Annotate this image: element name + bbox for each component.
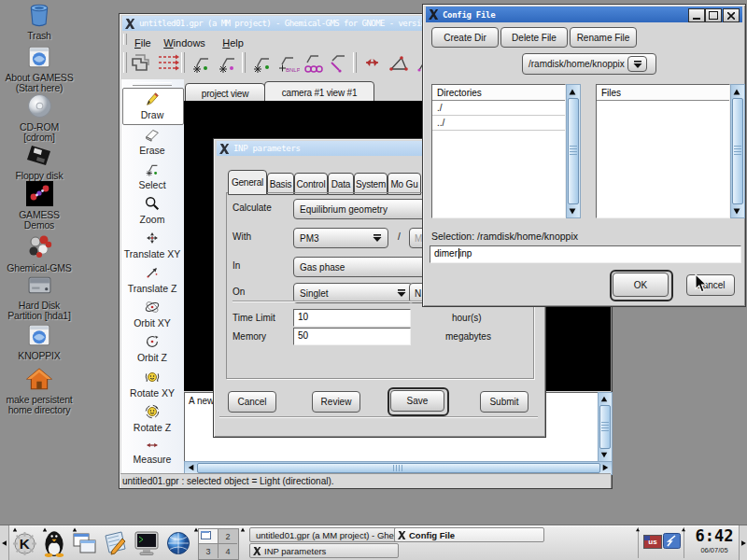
clock[interactable]: 6:42 06/07/05 xyxy=(691,526,738,554)
with-combo[interactable]: PM3 xyxy=(293,228,388,248)
path-combo[interactable]: /ramdisk/home/knoppix xyxy=(522,53,656,75)
tray-separator xyxy=(684,527,684,558)
workspace-pager[interactable]: 2 3 4 xyxy=(198,528,239,560)
desktop-icon-gamess-demos[interactable]: GAMESSDemos xyxy=(0,181,78,231)
menubar-handle[interactable] xyxy=(123,34,127,45)
keyboard-layout-indicator[interactable]: us xyxy=(643,535,662,549)
log-vscrollbar[interactable] xyxy=(598,392,613,462)
rename-file-button[interactable]: Rename File xyxy=(570,27,637,48)
terminal-icon[interactable] xyxy=(134,530,160,556)
submit-button[interactable]: Submit xyxy=(480,391,529,413)
toolbar-draw-bond-icon[interactable] xyxy=(216,51,239,75)
config-cancel-button[interactable]: Cancel xyxy=(686,274,735,296)
scroll-left-button[interactable] xyxy=(186,462,196,472)
tool-orbit-z[interactable]: Orbit Z xyxy=(122,333,182,363)
config-dialog-titlebar[interactable]: Config File xyxy=(426,7,742,22)
scroll-down-button[interactable] xyxy=(567,205,578,217)
close-button[interactable] xyxy=(723,8,740,22)
desktop-icon-ghemical[interactable]: Ghemical-GMS xyxy=(0,233,78,273)
files-scrollbar[interactable] xyxy=(730,84,745,218)
time-limit-input[interactable]: 10 xyxy=(293,309,411,327)
toolbar-bnlp-icon[interactable]: BNLP xyxy=(276,51,300,75)
files-header[interactable]: Files xyxy=(597,85,729,101)
tool-rotate-xy[interactable]: Rotate XY xyxy=(122,369,182,399)
desktop-windows-icon[interactable] xyxy=(72,531,97,555)
path-dropdown-button[interactable] xyxy=(627,56,647,72)
scroll-right-button[interactable] xyxy=(600,462,611,472)
desktop-icon-floppy[interactable]: Floppy disk xyxy=(0,144,78,181)
taskbar-window-inp-parameters[interactable]: INP parameters xyxy=(249,543,399,558)
filename-input[interactable]: dimerinp xyxy=(430,245,741,263)
scroll-thumb[interactable] xyxy=(568,98,579,204)
desktop-icon-cdrom[interactable]: CD-ROM[cdrom] xyxy=(0,93,78,143)
tool-orbit-xy[interactable]: Orbit XY xyxy=(122,299,182,329)
klipper-icon[interactable] xyxy=(663,533,681,549)
directories-header[interactable]: Directories xyxy=(432,85,565,101)
icon-label: Trash xyxy=(27,30,50,41)
toolbar-select-icon[interactable] xyxy=(250,51,274,75)
desktop-icon-knoppix[interactable]: KNOPPIX xyxy=(0,323,78,361)
tool-measure[interactable]: Measure xyxy=(122,439,182,465)
scroll-thumb[interactable] xyxy=(599,405,611,449)
scroll-thumb[interactable] xyxy=(732,98,743,204)
notes-icon[interactable] xyxy=(103,530,128,556)
orbit-z-icon xyxy=(144,333,161,350)
tool-erase[interactable]: Erase xyxy=(122,126,182,156)
toolbar-angle-icon[interactable] xyxy=(388,51,411,75)
cancel-button[interactable]: Cancel xyxy=(228,391,276,413)
directory-item[interactable]: ../ xyxy=(432,116,565,131)
create-dir-button[interactable]: Create Dir xyxy=(431,27,499,48)
panel-hide-left-button[interactable] xyxy=(0,525,9,560)
pager-desktop-4[interactable]: 4 xyxy=(218,544,237,558)
toolbar-handle[interactable] xyxy=(123,52,127,73)
taskbar-window-ghemical[interactable]: untitled01.gpr (a MM project) - Ghemi xyxy=(249,527,399,542)
toolbar-chain-icon[interactable] xyxy=(327,51,350,75)
toolbar-distance-icon[interactable] xyxy=(360,51,384,75)
tool-select[interactable]: Select xyxy=(122,161,182,190)
scroll-thumb[interactable] xyxy=(197,463,600,473)
delete-file-button[interactable]: Delete File xyxy=(500,27,568,48)
tool-rotate-z[interactable]: Rotate Z xyxy=(122,403,182,433)
tux-penguin-icon[interactable] xyxy=(42,529,66,557)
scroll-down-button[interactable] xyxy=(599,450,610,460)
tool-panel-handle[interactable] xyxy=(133,82,172,86)
toolbar-geometry-icon[interactable] xyxy=(130,51,153,75)
web-globe-icon[interactable] xyxy=(165,530,191,556)
maximize-button[interactable] xyxy=(705,8,722,22)
scroll-up-button[interactable] xyxy=(731,86,742,97)
scroll-up-button[interactable] xyxy=(567,86,578,97)
scroll-down-button[interactable] xyxy=(731,205,742,217)
directories-list[interactable]: Directories ./ ../ xyxy=(431,84,566,218)
save-button[interactable]: Save xyxy=(390,390,444,412)
directory-item[interactable]: ./ xyxy=(432,101,565,116)
select-icon xyxy=(144,161,161,177)
tool-draw[interactable]: Draw xyxy=(122,91,182,120)
tool-translate-xy[interactable]: Translate XY xyxy=(122,230,182,259)
tab-general[interactable]: General xyxy=(228,170,267,195)
review-button[interactable]: Review xyxy=(312,391,360,413)
toolbar-draw-atom-icon[interactable] xyxy=(190,51,213,75)
pager-desktop-1[interactable] xyxy=(199,529,218,544)
desktop-icon-trash[interactable]: Trash xyxy=(0,3,78,41)
panel-hide-right-button[interactable] xyxy=(739,525,747,560)
directories-scrollbar[interactable] xyxy=(566,84,581,218)
calculate-label: Calculate xyxy=(233,203,272,213)
tool-zoom[interactable]: Zoom xyxy=(122,195,182,225)
desktop-icon-home[interactable]: make persistenthome directory xyxy=(0,367,78,415)
minimize-button[interactable] xyxy=(688,8,705,22)
pager-desktop-3[interactable]: 3 xyxy=(199,544,218,558)
desktop-icon-harddisk[interactable]: Hard DiskPartition [hda1] xyxy=(0,273,78,321)
files-list[interactable]: Files xyxy=(596,84,730,218)
taskbar-window-config-file[interactable]: Config File xyxy=(394,527,544,542)
toolbar-rings-icon[interactable] xyxy=(302,51,325,75)
kmenu-icon[interactable]: K xyxy=(12,531,37,556)
toolbar-bonds-icon[interactable] xyxy=(156,51,179,75)
scroll-up-button[interactable] xyxy=(599,394,610,404)
desktop-icon-about-gamess[interactable]: About GAMESS(Start here) xyxy=(0,45,78,93)
memory-input[interactable]: 50 xyxy=(293,328,411,345)
tool-translate-z[interactable]: Translate Z xyxy=(122,264,182,294)
pager-desktop-2[interactable]: 2 xyxy=(218,529,237,544)
dropdown-arrow-icon xyxy=(397,289,406,297)
ok-button[interactable]: OK xyxy=(613,273,669,297)
popup-arrow xyxy=(682,528,685,532)
